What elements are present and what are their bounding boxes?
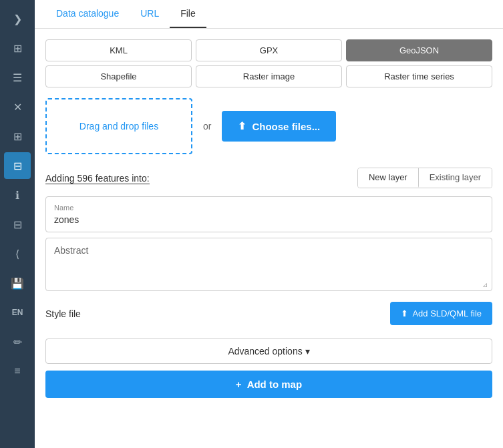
close-icon: ✕	[13, 101, 22, 114]
sidebar-item-language[interactable]: EN	[4, 299, 31, 326]
upload-icon: ⬆	[401, 308, 408, 318]
add-to-map-label: Add to map	[247, 379, 303, 390]
sidebar-item-menu[interactable]: ≡	[4, 358, 31, 385]
sidebar-item-chevron[interactable]: ❯	[4, 5, 31, 32]
tab-new-layer[interactable]: New layer	[358, 168, 419, 188]
name-field[interactable]: Name zones	[45, 196, 492, 232]
print-icon: ⊟	[13, 218, 22, 231]
chevron-right-icon: ❯	[13, 13, 22, 25]
file-type-geojson[interactable]: GeoJSON	[346, 39, 492, 61]
sidebar-item-save[interactable]: 💾	[4, 270, 31, 296]
name-value: zones	[54, 214, 484, 225]
drag-drop-label: Drag and drop files	[79, 121, 158, 132]
sidebar-item-layers[interactable]: ⊞	[4, 35, 31, 61]
sidebar-item-list[interactable]: ☰	[4, 64, 31, 91]
upload-row: Drag and drop files or ⬆ Choose files...	[45, 98, 492, 154]
resize-handle-icon: ⊿	[482, 281, 490, 289]
layers-icon: ⊞	[13, 42, 22, 55]
advanced-options-label: Advanced options ▾	[228, 346, 309, 357]
tab-url[interactable]: URL	[130, 0, 170, 28]
list-icon: ☰	[13, 71, 22, 84]
content-area: KML GPX GeoJSON Shapefile Raster image R…	[35, 29, 503, 448]
tab-existing-layer[interactable]: Existing layer	[419, 168, 492, 188]
name-label: Name	[54, 204, 484, 212]
style-label: Style file	[45, 308, 81, 319]
tab-bar: Data catalogue URL File	[35, 0, 503, 29]
edit-icon: ✏	[13, 336, 22, 349]
file-type-raster-image[interactable]: Raster image	[196, 65, 342, 87]
abstract-label: Abstract	[54, 245, 484, 256]
share-icon: ⟨	[15, 248, 19, 260]
file-type-raster-time-series[interactable]: Raster time series	[346, 65, 492, 87]
adding-row: Adding 596 features into: New layer Exis…	[45, 168, 492, 188]
sidebar-item-close[interactable]: ✕	[4, 93, 31, 120]
sidebar-item-print[interactable]: ⊟	[4, 211, 31, 238]
sidebar-item-share[interactable]: ⟨	[4, 240, 31, 267]
style-row: Style file ⬆ Add SLD/QML file	[45, 296, 492, 330]
drag-drop-area[interactable]: Drag and drop files	[45, 98, 192, 154]
tab-file[interactable]: File	[170, 0, 206, 28]
layer-tabs: New layer Existing layer	[357, 168, 492, 188]
sidebar: ❯ ⊞ ☰ ✕ ⊞ ⊟ ℹ ⊟ ⟨ 💾 EN ✏ ≡	[0, 0, 35, 448]
adding-text: Adding 596 features into:	[45, 173, 150, 184]
sidebar-item-map[interactable]: ⊞	[4, 123, 31, 150]
upload-icon: ⬆	[238, 120, 246, 132]
sidebar-item-database[interactable]: ⊟	[4, 152, 31, 179]
add-sld-button[interactable]: ⬆ Add SLD/QML file	[390, 302, 492, 325]
info-icon: ℹ	[15, 189, 19, 202]
abstract-field[interactable]: Abstract ⊿	[45, 238, 492, 291]
save-icon: 💾	[11, 277, 24, 290]
sidebar-item-info[interactable]: ℹ	[4, 182, 31, 208]
file-type-grid: KML GPX GeoJSON Shapefile Raster image R…	[45, 39, 492, 87]
language-label: EN	[12, 308, 23, 317]
add-sld-label: Add SLD/QML file	[412, 308, 482, 318]
main-content: Data catalogue URL File KML GPX GeoJSON …	[35, 0, 503, 448]
advanced-options-button[interactable]: Advanced options ▾	[45, 339, 492, 364]
upload-section: Drag and drop files or ⬆ Choose files...	[45, 98, 492, 154]
file-type-shapefile[interactable]: Shapefile	[45, 65, 192, 87]
map-icon: ⊞	[13, 130, 22, 143]
menu-icon: ≡	[14, 365, 20, 377]
or-text: or	[203, 121, 211, 132]
file-type-kml[interactable]: KML	[45, 39, 192, 61]
tab-data-catalogue[interactable]: Data catalogue	[45, 0, 130, 28]
plus-icon: +	[236, 379, 242, 390]
sidebar-item-edit[interactable]: ✏	[4, 328, 31, 355]
database-icon: ⊟	[13, 160, 22, 172]
file-type-gpx[interactable]: GPX	[196, 39, 342, 61]
choose-files-label: Choose files...	[252, 121, 320, 132]
choose-files-button[interactable]: ⬆ Choose files...	[222, 111, 336, 142]
add-to-map-button[interactable]: + Add to map	[45, 371, 492, 398]
